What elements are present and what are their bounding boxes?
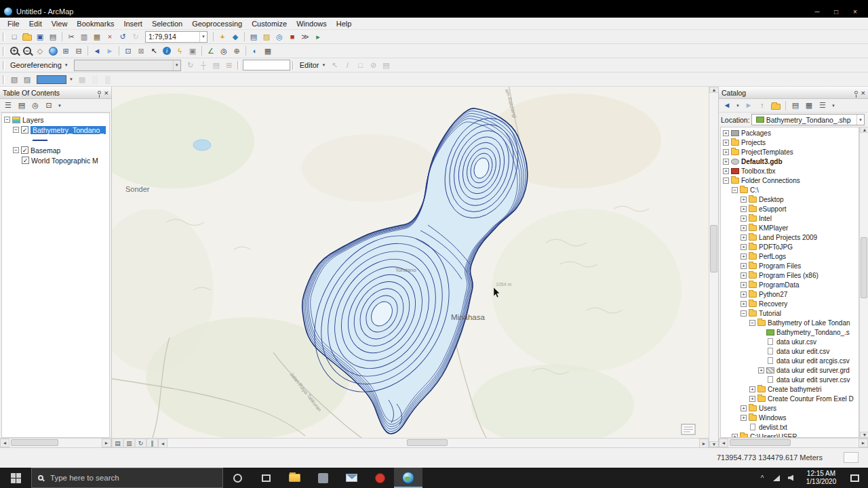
catalog-close-icon[interactable]: ×: [861, 89, 865, 97]
connect-to-folder-icon[interactable]: [770, 100, 782, 111]
undo-icon[interactable]: ↺: [117, 31, 129, 43]
add-data-icon[interactable]: +: [216, 31, 229, 43]
catalog-item-label[interactable]: Create bathymetri: [768, 386, 821, 393]
data-view-button[interactable]: ▤: [112, 439, 123, 447]
refresh-view-button[interactable]: ↻: [135, 439, 146, 447]
catalog-item[interactable]: +Desktop: [721, 195, 859, 204]
catalog-item[interactable]: +Recovery: [721, 299, 859, 308]
list-by-visibility-icon[interactable]: ◎: [29, 100, 41, 111]
time-slider-icon[interactable]: ◐: [249, 45, 261, 57]
map-scale-combo[interactable]: 1:79,914 ▼: [145, 31, 208, 43]
catalog-item[interactable]: +Create Countur From Exel D: [721, 394, 859, 403]
menu-windows[interactable]: Windows: [292, 19, 332, 28]
scroll-down-button[interactable]: ▼: [709, 441, 719, 447]
catalog-item[interactable]: +PerfLogs: [721, 251, 859, 261]
erase-tool-icon[interactable]: ░: [89, 74, 101, 85]
catalog-item[interactable]: −C:\: [721, 185, 859, 195]
scroll-up-button[interactable]: ▲: [709, 87, 719, 93]
catalog-item-label[interactable]: PerfLogs: [759, 253, 786, 260]
map-note-box[interactable]: [682, 424, 695, 434]
scrollbar-thumb[interactable]: [710, 225, 717, 272]
pinned-app-button[interactable]: [309, 468, 337, 488]
toc-item[interactable]: −✓Basemap: [2, 145, 109, 155]
catalog-item-label[interactable]: Program Files (x86): [759, 272, 818, 279]
layer-label[interactable]: Layers: [22, 116, 44, 124]
open-icon[interactable]: [21, 31, 33, 43]
tree-expander-icon[interactable]: +: [741, 263, 747, 269]
tree-expander-icon[interactable]: +: [723, 140, 729, 146]
brush-tool-icon[interactable]: ▩: [76, 74, 88, 85]
go-to-xy-icon[interactable]: ⊕: [231, 45, 243, 57]
toc-options-icon[interactable]: ▼: [56, 100, 63, 111]
close-button[interactable]: ×: [846, 8, 864, 16]
catalog-item-label[interactable]: Tutorial: [759, 310, 781, 317]
toolbar-grip[interactable]: [3, 33, 5, 41]
scroll-down-button[interactable]: ▼: [860, 432, 868, 438]
search-input[interactable]: [49, 473, 198, 483]
menu-customize[interactable]: Customize: [247, 19, 292, 28]
toc-item[interactable]: ✓World Topographic M: [2, 155, 109, 165]
select-elements-icon[interactable]: ↖: [148, 45, 160, 57]
tree-expander-icon[interactable]: +: [741, 235, 747, 241]
catalog-item[interactable]: +Default3.gdb: [721, 157, 859, 166]
catalog-item-label[interactable]: eSupport: [759, 205, 787, 213]
restore-button[interactable]: □: [827, 8, 845, 16]
tree-expander-icon[interactable]: +: [741, 415, 747, 421]
tree-expander-icon[interactable]: +: [723, 159, 729, 165]
tree-expander-icon[interactable]: +: [758, 367, 764, 373]
scroll-right-button[interactable]: ►: [699, 439, 709, 448]
tree-expander-icon[interactable]: +: [749, 396, 755, 402]
split-tool-icon[interactable]: ⊘: [367, 60, 379, 71]
scrollbar-track[interactable]: [709, 93, 718, 441]
menu-file[interactable]: File: [3, 19, 24, 28]
catalog-item[interactable]: +Toolbox.tbx: [721, 166, 859, 176]
georef-rotate-icon[interactable]: ↻: [184, 60, 197, 71]
catalog-thumbnails-icon[interactable]: ▦: [803, 100, 815, 111]
minimize-button[interactable]: ─: [808, 8, 826, 16]
catalog-item-label[interactable]: Projects: [741, 139, 766, 146]
catalog-window-icon[interactable]: ▨: [260, 31, 273, 43]
catalog-item[interactable]: Bathymetry_Tondano_.s: [721, 327, 859, 337]
catalog-up-one-level-icon[interactable]: ↑: [756, 100, 768, 111]
attributes-icon[interactable]: ▤: [380, 60, 392, 71]
scrollbar-track[interactable]: [167, 439, 699, 448]
view-link-table-icon[interactable]: ▤: [210, 60, 222, 71]
coordinate-text-input[interactable]: [243, 60, 290, 70]
catalog-item[interactable]: data ukur.csv: [721, 337, 859, 346]
tree-expander-icon[interactable]: −: [13, 127, 19, 133]
file-explorer-button[interactable]: [280, 468, 309, 488]
taskbar-search[interactable]: [31, 468, 223, 488]
full-extent-icon[interactable]: [47, 45, 59, 57]
toolbar-grip[interactable]: [292, 61, 294, 70]
toolbar-grip[interactable]: [3, 61, 5, 70]
print-icon[interactable]: ▤: [47, 31, 59, 43]
toc-horizontal-scrollbar[interactable]: ◄ ►: [0, 438, 111, 447]
location-combo[interactable]: Bathymetry_Tondano_.shp ▼: [751, 114, 865, 125]
catalog-item[interactable]: +Packages: [721, 128, 859, 138]
tree-expander-icon[interactable]: +: [741, 272, 747, 279]
layer-checkbox[interactable]: ✓: [21, 146, 28, 154]
arctoolbox-icon[interactable]: ■: [286, 31, 298, 43]
catalog-item[interactable]: data ukur edit.csv: [721, 346, 859, 356]
catalog-item-label[interactable]: data ukur edit surver.grd: [776, 367, 850, 374]
toc-item[interactable]: −✓Bathymetry_Tondano_: [2, 125, 109, 135]
catalog-item[interactable]: +ProgramData: [721, 280, 859, 289]
pan-icon[interactable]: ◇: [34, 45, 46, 57]
layer-label[interactable]: Basemap: [31, 146, 60, 155]
viewer-window-icon[interactable]: ▦: [262, 45, 274, 57]
new-map-icon[interactable]: □: [8, 31, 20, 43]
toc-item[interactable]: [2, 135, 109, 145]
layer-checkbox[interactable]: ✓: [22, 157, 29, 164]
catalog-item-label[interactable]: C:\: [750, 186, 759, 194]
scrollbar-track[interactable]: [9, 439, 102, 447]
forward-extent-icon[interactable]: ►: [104, 45, 116, 57]
redo-icon[interactable]: ↻: [130, 31, 142, 43]
catalog-item-label[interactable]: Packages: [741, 129, 771, 137]
create-features-icon[interactable]: □: [354, 60, 366, 71]
catalog-item-label[interactable]: Intel: [759, 215, 772, 222]
table-of-contents-icon[interactable]: ▤: [248, 31, 260, 43]
map-view[interactable]: SonderTondanoMinahasaJalan-Raya-Talikura…: [112, 87, 709, 438]
catalog-item[interactable]: +Land Projects 2009: [721, 232, 859, 242]
python-window-icon[interactable]: ≫: [299, 31, 311, 43]
catalog-item-label[interactable]: Folder Connections: [741, 177, 800, 184]
